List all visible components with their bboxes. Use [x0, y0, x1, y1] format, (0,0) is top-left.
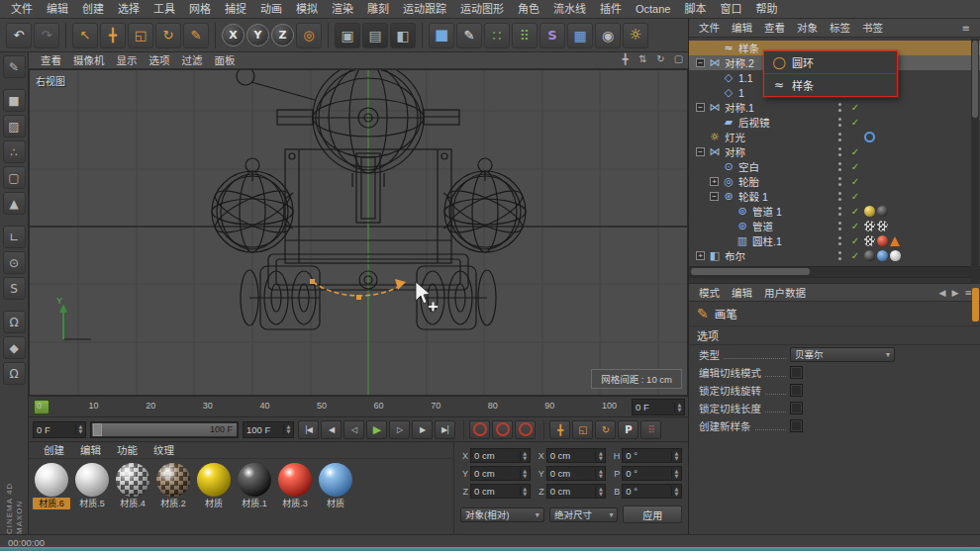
material-label[interactable]: 材质.1 — [236, 498, 273, 509]
option-checkbox[interactable] — [790, 402, 803, 414]
menubar-item[interactable]: 脚本 — [677, 0, 713, 18]
object-row[interactable]: + ◧ 布尔 ✓ — [689, 248, 980, 263]
object-row[interactable]: + ◎ 轮胎 ✓ — [689, 174, 980, 189]
material-sphere[interactable] — [75, 463, 109, 497]
menubar-item[interactable]: 窗口 — [713, 0, 748, 18]
popup-item[interactable]: ≈ 样条 — [764, 73, 897, 96]
material-item[interactable]: 材质.6 — [33, 463, 70, 509]
enabled-check-icon[interactable]: ✓ — [849, 250, 861, 261]
enabled-check-icon[interactable]: ✓ — [849, 102, 861, 113]
expander-toggle[interactable]: − — [696, 58, 705, 67]
stepper[interactable]: ▲▼ — [520, 451, 530, 461]
render-picture-icon[interactable]: ▤ — [362, 23, 388, 48]
light-icon[interactable]: ☼ — [623, 23, 648, 48]
object-row[interactable]: ⊚ 管道 1 ✓ — [689, 204, 980, 219]
material-item[interactable]: 材质.3 — [276, 463, 314, 509]
current-frame-field[interactable]: 0 F ▲▼ — [33, 421, 86, 438]
enabled-check-icon[interactable]: ✓ — [849, 146, 861, 157]
material-menu-item[interactable]: 编辑 — [73, 443, 108, 458]
menubar-item[interactable]: 模拟 — [289, 0, 325, 18]
menubar-item[interactable]: 运动图形 — [453, 0, 511, 18]
menubar-item[interactable]: Octane — [629, 0, 677, 18]
material-item[interactable]: 材质 — [317, 463, 354, 509]
coordinate-input[interactable]: 0 cm ▲▼ — [546, 466, 607, 481]
view-maximize-icon[interactable]: ▢ — [672, 53, 685, 64]
object-row[interactable]: ⊚ 管道 ✓ — [689, 219, 980, 233]
material-sphere[interactable] — [278, 463, 312, 497]
edges-mode-icon[interactable]: ▢ — [3, 166, 26, 189]
object-manager-menu-item[interactable]: 编辑 — [726, 20, 758, 37]
view-pan-icon[interactable]: ╋ — [619, 53, 632, 64]
prev-key-button[interactable]: ◀ — [321, 420, 342, 439]
record-keyframe-button[interactable] — [469, 420, 490, 439]
material-label[interactable]: 材质.5 — [73, 498, 111, 509]
expander-toggle[interactable]: − — [696, 103, 705, 112]
coords-size-dropdown[interactable]: 绝对尺寸▾ — [549, 507, 619, 522]
viewport-menu-item[interactable]: 显示 — [111, 52, 144, 68]
history-forward-icon[interactable]: ▶ — [952, 288, 959, 298]
spline-pen-icon[interactable]: ✎ — [456, 23, 482, 48]
object-row[interactable]: ▰ 后视镜 ✓ — [689, 115, 980, 130]
view-rotate-icon[interactable]: ↻ — [654, 53, 667, 64]
object-tree-vscrollbar[interactable] — [971, 39, 979, 286]
object-manager-menu-item[interactable]: 对象 — [791, 20, 824, 37]
view-zoom-icon[interactable]: ⇅ — [637, 53, 649, 64]
enabled-check-icon[interactable]: ✓ — [849, 161, 861, 172]
coordinate-input[interactable]: 0 cm ▲▼ — [470, 448, 531, 463]
viewport-icon[interactable]: ⊙ — [3, 251, 26, 274]
viewport-canvas[interactable]: Y 右视图 网格间距 : 10 cm — [29, 69, 688, 396]
object-manager-menu-item[interactable]: 标签 — [824, 20, 856, 37]
visibility-dots[interactable] — [837, 235, 842, 246]
lock-y-button[interactable]: Y — [246, 24, 269, 46]
object-tree-hscrollbar[interactable] — [689, 266, 980, 277]
menubar-item[interactable]: 雕刻 — [360, 0, 396, 18]
stepper[interactable]: ▲▼ — [520, 469, 530, 479]
coordinate-input[interactable]: 0 cm ▲▼ — [470, 466, 531, 481]
material-label[interactable]: 材质.3 — [276, 498, 314, 509]
magnet-icon[interactable]: Ω — [3, 362, 26, 385]
stepper[interactable]: ▲▼ — [520, 487, 530, 497]
enabled-check-icon[interactable]: ✓ — [849, 191, 861, 202]
object-tag-icon[interactable] — [864, 250, 875, 261]
menubar-item[interactable]: 角色 — [511, 0, 546, 18]
stepper[interactable]: ▲▼ — [674, 403, 684, 413]
sds-icon[interactable]: S — [3, 277, 26, 300]
stepper[interactable]: ▲▼ — [283, 424, 293, 434]
object-row[interactable]: ☼ 灯光 — [689, 130, 980, 144]
material-item[interactable]: 材质.1 — [236, 463, 273, 509]
object-tag-icon[interactable] — [877, 250, 888, 261]
next-key-button[interactable]: ▶ — [412, 420, 433, 439]
panel-tab-indicator[interactable] — [972, 288, 979, 321]
enabled-check-icon[interactable]: ✓ — [849, 176, 861, 187]
points-mode-icon[interactable]: ∴ — [3, 140, 26, 163]
menubar-item[interactable]: 流水线 — [546, 0, 593, 18]
stepper[interactable]: ▲▼ — [595, 469, 605, 479]
object-tag-icon[interactable] — [864, 235, 875, 246]
snap-icon[interactable]: Ω — [3, 311, 26, 333]
autokey-button[interactable] — [492, 420, 513, 439]
visibility-dots[interactable] — [837, 176, 842, 187]
goto-start-button[interactable]: |◀ — [298, 420, 319, 439]
panel-splitter[interactable] — [689, 277, 980, 284]
material-menu-item[interactable]: 创建 — [37, 443, 71, 458]
enabled-check-icon[interactable]: ✓ — [849, 221, 861, 231]
object-tag-icon[interactable] — [890, 236, 900, 246]
object-tag-icon[interactable] — [864, 221, 875, 231]
brush-tool-icon[interactable]: ✎ — [183, 23, 209, 48]
viewport-menu-item[interactable]: 摄像机 — [67, 52, 111, 68]
stepper[interactable]: ▲▼ — [671, 451, 681, 461]
material-item[interactable]: 材质.2 — [154, 463, 192, 509]
viewport-menu-item[interactable]: 选项 — [144, 52, 176, 68]
material-item[interactable]: 材质 — [195, 463, 233, 509]
material-label[interactable]: 材质 — [317, 498, 354, 509]
object-tag-icon[interactable] — [877, 221, 888, 231]
menubar-item[interactable]: 运动跟踪 — [396, 0, 453, 18]
timeline-ruler[interactable]: 0102030405060708090100 0 F ▲▼ — [29, 396, 688, 417]
visibility-dots[interactable] — [837, 206, 842, 217]
attribute-tab[interactable]: 模式 — [693, 285, 726, 301]
array-icon[interactable]: ∷ — [484, 23, 510, 48]
stepper[interactable]: ▲▼ — [75, 424, 85, 434]
options-section-header[interactable]: 选项 — [689, 326, 980, 345]
render-settings-icon[interactable]: ◧ — [390, 23, 416, 48]
deformer-icon[interactable]: S — [539, 23, 565, 48]
